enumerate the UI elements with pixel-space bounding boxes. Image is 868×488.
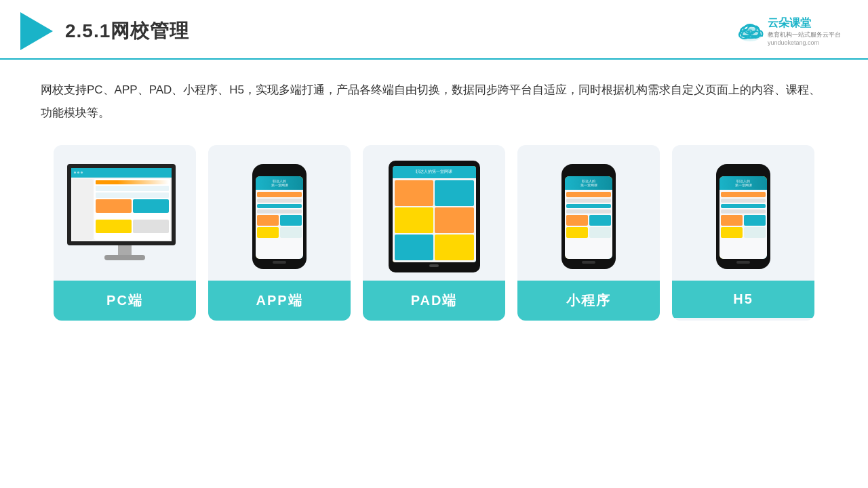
phone-screen-miniapp: 职达人的第一堂网课	[565, 176, 612, 259]
ph-row-h2	[721, 199, 766, 203]
cloud-icon: 朵	[735, 20, 765, 43]
phone-device-h5: 职达人的第一堂网课	[716, 164, 770, 269]
description-text: 网校支持PC、APP、PAD、小程序、H5，实现多端打通，产品各终端自由切换，数…	[41, 79, 827, 125]
monitor-screen-inner	[71, 168, 172, 241]
ph-row3	[257, 204, 302, 208]
phone-screen-app: 职达人的第一堂网课	[256, 176, 303, 259]
ph-row-m4	[566, 209, 611, 214]
tab-cell-5	[395, 235, 434, 260]
brand-url: yunduoketang.com	[768, 39, 819, 46]
card-h5-image: 职达人的第一堂网课	[672, 145, 814, 281]
card-pad-label: PAD端	[363, 281, 505, 321]
screen-sidebar	[73, 179, 93, 240]
tablet-body	[393, 178, 476, 262]
phone-home-h5	[736, 261, 750, 264]
screen-dot	[77, 171, 79, 174]
phone-screen-header-mini: 职达人的第一堂网课	[565, 176, 612, 190]
tab-cell-1	[395, 180, 434, 206]
phone-home	[273, 261, 286, 264]
phone-notch-mini	[578, 169, 599, 174]
card-pc: PC端	[54, 145, 196, 321]
card-h5-label: H5	[672, 281, 814, 318]
screen-main	[94, 179, 170, 240]
phone-screen-h5: 职达人的第一堂网课	[719, 176, 767, 259]
screen-row2	[96, 186, 169, 191]
tablet-device: 职达人的第一堂网课	[389, 161, 480, 272]
ph-row2	[257, 209, 302, 214]
brand-container: 朵 云朵课堂 教育机构一站式服务云平台 yunduoketang.com	[735, 16, 841, 46]
phone-device-app: 职达人的第一堂网课	[252, 164, 307, 269]
screen-dot	[74, 171, 76, 174]
tab-cell-2	[435, 180, 474, 206]
brand-right: 云朵课堂 教育机构一站式服务云平台 yunduoketang.com	[768, 16, 841, 46]
card-miniapp: 职达人的第一堂网课	[517, 145, 660, 321]
screen-header	[71, 168, 172, 178]
phone-screen-body	[256, 190, 303, 259]
phone-screen-header: 职达人的第一堂网课	[256, 176, 303, 190]
card-miniapp-image: 职达人的第一堂网课	[517, 145, 660, 281]
brand-logo: 朵 云朵课堂 教育机构一站式服务云平台 yunduoketang.com	[735, 16, 841, 46]
monitor-neck	[118, 245, 132, 255]
card-pc-image	[54, 145, 196, 281]
ph-row-m2	[566, 199, 611, 203]
cards-container: PC端 职达人的第一堂网课	[41, 145, 827, 321]
ph-row2	[257, 199, 302, 203]
tab-cell-6	[435, 235, 474, 260]
tablet-screen: 职达人的第一堂网课	[393, 166, 476, 262]
main-content: 网校支持PC、APP、PAD、小程序、H5，实现多端打通，产品各终端自由切换，数…	[0, 60, 868, 334]
phone-screen-header-h5: 职达人的第一堂网课	[719, 176, 767, 190]
brand-name: 云朵课堂	[768, 16, 811, 30]
card-app-label: APP端	[208, 281, 351, 321]
tab-cell-4	[435, 207, 474, 233]
card-miniapp-label: 小程序	[517, 281, 660, 321]
phone-notch-h5	[733, 169, 753, 174]
tablet-home-btn	[429, 264, 439, 267]
card-pad: 职达人的第一堂网课 PAD端	[363, 145, 505, 321]
header: 2.5.1网校管理 朵 云朵课堂 教育机构一站式服务云平台 yunduoketa…	[0, 0, 868, 60]
logo-triangle	[20, 12, 53, 50]
ph-row-m3	[566, 204, 611, 208]
card-app: 职达人的第一堂网课	[208, 145, 351, 321]
ph-row-h3	[721, 204, 766, 208]
page-title: 2.5.1网校管理	[65, 18, 189, 44]
monitor-base	[104, 255, 145, 260]
ph-row-m1	[566, 192, 611, 197]
phone-screen-body-mini	[565, 190, 612, 259]
screen-body	[71, 178, 172, 241]
ph-row-h4	[721, 209, 766, 214]
monitor-screen	[67, 164, 176, 245]
phone-home-mini	[582, 261, 595, 264]
tablet-header: 职达人的第一堂网课	[393, 166, 476, 178]
phone-screen-body-h5	[719, 190, 767, 259]
card-app-image: 职达人的第一堂网课	[208, 145, 351, 281]
card-h5: 职达人的第一堂网课	[672, 145, 814, 321]
screen-dot	[81, 171, 83, 174]
brand-tagline: 教育机构一站式服务云平台	[768, 30, 841, 39]
monitor-device	[67, 164, 182, 269]
tab-cell-3	[395, 207, 434, 233]
phone-notch	[269, 169, 290, 174]
screen-row2	[96, 192, 169, 198]
card-pad-image: 职达人的第一堂网课	[363, 145, 505, 281]
svg-text:朵: 朵	[748, 30, 754, 36]
phone-device-miniapp: 职达人的第一堂网课	[561, 164, 616, 269]
ph-row	[257, 192, 302, 197]
card-pc-label: PC端	[54, 281, 196, 321]
ph-row-h1	[721, 192, 766, 197]
screen-row	[96, 180, 169, 184]
